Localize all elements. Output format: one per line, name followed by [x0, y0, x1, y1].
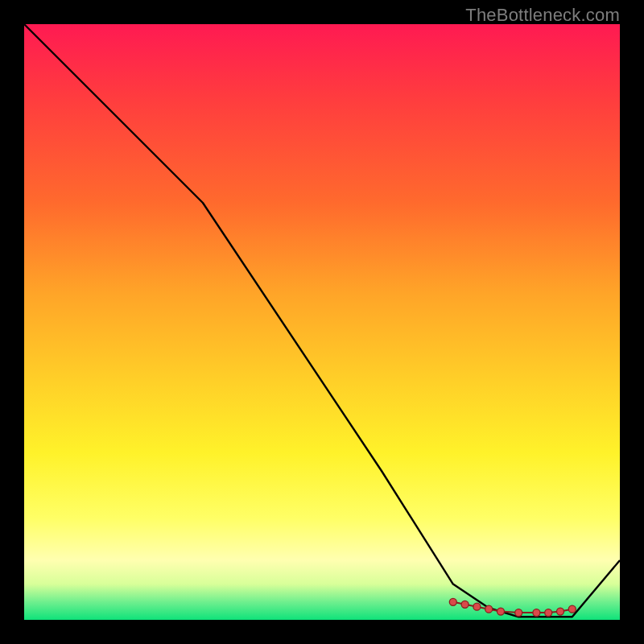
main-curve — [24, 24, 620, 617]
chart-frame: TheBottleneck.com — [0, 0, 644, 644]
marker-dot — [533, 609, 540, 617]
marker-dot — [557, 608, 564, 615]
marker-dot — [473, 603, 481, 610]
marker-dot — [449, 598, 456, 605]
attribution-label: TheBottleneck.com — [465, 5, 620, 26]
marker-dot — [497, 608, 505, 615]
chart-svg — [24, 24, 620, 620]
marker-dot — [545, 609, 552, 617]
marker-dot — [461, 601, 469, 608]
marker-dot — [568, 605, 576, 613]
marker-dot — [485, 605, 493, 613]
marker-dot — [515, 609, 522, 617]
plot-area — [24, 24, 620, 620]
marker-connector — [453, 602, 572, 613]
